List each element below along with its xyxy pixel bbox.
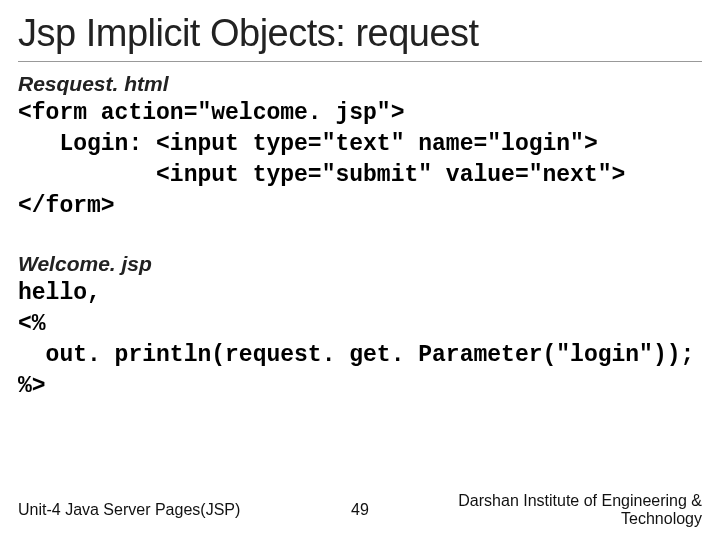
code-2: hello, <% out. println(request. get. Par… bbox=[18, 278, 702, 402]
footer-institute: Darshan Institute of Engineering & Techn… bbox=[390, 492, 702, 528]
footer-page-number: 49 bbox=[330, 501, 390, 519]
code-block-1: Resquest. html <form action="welcome. js… bbox=[18, 72, 702, 222]
footer: Unit-4 Java Server Pages(JSP) 49 Darshan… bbox=[0, 492, 720, 528]
filename-2: Welcome. jsp bbox=[18, 252, 702, 276]
filename-1: Resquest. html bbox=[18, 72, 702, 96]
code-1: <form action="welcome. jsp"> Login: <inp… bbox=[18, 98, 702, 222]
slide: Jsp Implicit Objects: request Resquest. … bbox=[0, 0, 720, 540]
footer-unit: Unit-4 Java Server Pages(JSP) bbox=[18, 501, 330, 519]
code-block-2: Welcome. jsp hello, <% out. println(requ… bbox=[18, 252, 702, 402]
slide-title: Jsp Implicit Objects: request bbox=[18, 12, 702, 62]
